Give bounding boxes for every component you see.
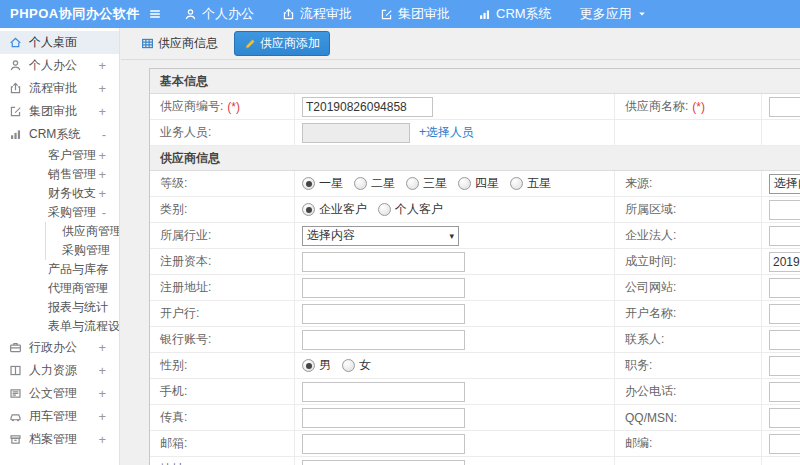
sidebar-item[interactable]: 用车管理+ xyxy=(0,405,119,428)
caret-down-icon xyxy=(637,9,647,19)
expand-toggle[interactable]: + xyxy=(98,432,106,447)
sidebar-item[interactable]: 集团审批+ xyxy=(0,100,119,123)
form-input[interactable] xyxy=(769,408,800,428)
form-input[interactable] xyxy=(302,252,465,272)
sidebar-item[interactable]: 财务收支+ xyxy=(0,184,119,203)
topbar-menu-item-label: 集团审批 xyxy=(398,5,450,23)
sidebar-item[interactable]: 表单与流程设置+ xyxy=(0,317,119,336)
form-input[interactable] xyxy=(769,382,800,402)
form-input[interactable] xyxy=(769,200,800,220)
expand-toggle[interactable]: + xyxy=(98,262,106,277)
form-input[interactable] xyxy=(769,226,800,246)
field-label: 职务: xyxy=(615,353,762,379)
field-label: 银行账号: xyxy=(150,327,295,353)
form-input[interactable] xyxy=(769,252,800,272)
form-input[interactable] xyxy=(302,434,465,454)
radio-option[interactable]: 企业客户 xyxy=(302,201,367,218)
table-icon xyxy=(141,37,154,50)
topbar-menu-item[interactable]: CRM系统 xyxy=(478,5,552,23)
field-cell xyxy=(295,301,615,327)
sidebar-item[interactable]: 个人办公+ xyxy=(0,54,119,77)
hamburger-menu-icon[interactable] xyxy=(148,7,162,21)
form-input[interactable] xyxy=(302,460,465,465)
radio-option[interactable]: 二星 xyxy=(354,175,395,192)
edit-icon xyxy=(9,105,22,118)
sidebar-item[interactable]: 产品与库存+ xyxy=(0,260,119,279)
sidebar-item[interactable]: 代理商管理+ xyxy=(0,279,119,298)
field-cell: 一星二星三星四星五星 xyxy=(295,171,615,197)
radio-button-icon xyxy=(342,359,355,372)
expand-toggle[interactable]: + xyxy=(98,58,106,73)
expand-toggle[interactable]: + xyxy=(98,363,106,378)
form-select[interactable]: 选择内容▾ xyxy=(769,174,800,194)
expand-toggle[interactable]: + xyxy=(98,148,106,163)
select-person-link[interactable]: +选择人员 xyxy=(419,124,474,141)
radio-option[interactable]: 男 xyxy=(302,357,331,374)
field-cell xyxy=(762,405,800,431)
form-input[interactable] xyxy=(302,278,465,298)
briefcase-icon xyxy=(9,341,22,354)
expand-toggle[interactable]: + xyxy=(98,319,106,334)
topbar-menu-item[interactable]: 流程审批 xyxy=(282,5,352,23)
topbar-menu-item-label: 更多应用 xyxy=(580,5,632,23)
form-input[interactable] xyxy=(302,304,465,324)
radio-button-icon xyxy=(302,177,315,190)
radio-option[interactable]: 四星 xyxy=(458,175,499,192)
form-input[interactable] xyxy=(769,356,800,376)
expand-toggle[interactable]: + xyxy=(98,409,106,424)
expand-toggle[interactable]: - xyxy=(102,205,106,220)
expand-toggle[interactable]: + xyxy=(98,104,106,119)
form-input[interactable] xyxy=(302,123,410,143)
field-cell xyxy=(762,457,800,465)
sidebar-item[interactable]: 人力资源+ xyxy=(0,359,119,382)
sidebar-item[interactable]: CRM系统- xyxy=(0,123,119,146)
topbar-menu-item[interactable]: 个人办公 xyxy=(184,5,254,23)
expand-toggle[interactable]: - xyxy=(102,127,106,142)
sidebar-item[interactable]: 供应商管理 xyxy=(0,222,119,241)
form-input[interactable] xyxy=(302,382,465,402)
field-label: 注册资本: xyxy=(150,249,295,275)
sidebar-item[interactable]: 个人桌面 xyxy=(0,31,119,54)
radio-button-icon xyxy=(406,177,419,190)
topbar-menu-item[interactable]: 集团审批 xyxy=(380,5,450,23)
form-input[interactable] xyxy=(302,408,465,428)
expand-toggle[interactable]: + xyxy=(98,186,106,201)
sidebar-item[interactable]: 采购管理- xyxy=(0,203,119,222)
radio-option[interactable]: 一星 xyxy=(302,175,343,192)
sidebar-item[interactable]: 档案管理+ xyxy=(0,428,119,451)
sidebar-item-label: 档案管理 xyxy=(29,431,77,448)
expand-toggle[interactable]: + xyxy=(98,81,106,96)
radio-option[interactable]: 女 xyxy=(342,357,371,374)
sidebar-item[interactable]: 公文管理+ xyxy=(0,382,119,405)
radio-option[interactable]: 三星 xyxy=(406,175,447,192)
radio-label: 四星 xyxy=(475,175,499,192)
expand-toggle[interactable]: + xyxy=(98,386,106,401)
sidebar-item-label: 行政办公 xyxy=(29,339,77,356)
sidebar-item[interactable]: 流程审批+ xyxy=(0,77,119,100)
field-cell: 选择内容▾ xyxy=(295,223,615,249)
radio-option[interactable]: 个人客户 xyxy=(378,201,443,218)
form-input[interactable] xyxy=(769,97,800,117)
expand-toggle[interactable]: + xyxy=(98,167,106,182)
sidebar-item[interactable]: 报表与统计 xyxy=(0,298,119,317)
radio-option[interactable]: 五星 xyxy=(510,175,551,192)
topbar-menu-item[interactable]: 更多应用 xyxy=(580,5,647,23)
form-input[interactable] xyxy=(302,330,465,350)
sidebar-item[interactable]: 采购管理 xyxy=(0,241,119,260)
form-input[interactable] xyxy=(769,278,800,298)
sidebar-item[interactable]: 客户管理+ xyxy=(0,146,119,165)
expand-toggle[interactable]: + xyxy=(98,281,106,296)
form-select[interactable]: 选择内容▾ xyxy=(302,226,459,246)
topbar-menu-item-label: 流程审批 xyxy=(300,5,352,23)
form-input[interactable] xyxy=(769,434,800,454)
topbar-menu-item-label: 个人办公 xyxy=(202,5,254,23)
form-input[interactable] xyxy=(302,97,433,117)
sidebar-item[interactable]: 行政办公+ xyxy=(0,336,119,359)
tab-active[interactable]: 供应商添加 xyxy=(234,31,330,56)
main-content: 供应商信息供应商添加 基本信息供应商编号:(*)供应商名称:(*)业务人员:+选… xyxy=(121,28,800,465)
form-input[interactable] xyxy=(769,304,800,324)
expand-toggle[interactable]: + xyxy=(98,340,106,355)
tab[interactable]: 供应商信息 xyxy=(134,32,225,55)
form-input[interactable] xyxy=(769,330,800,350)
sidebar-item[interactable]: 销售管理+ xyxy=(0,165,119,184)
